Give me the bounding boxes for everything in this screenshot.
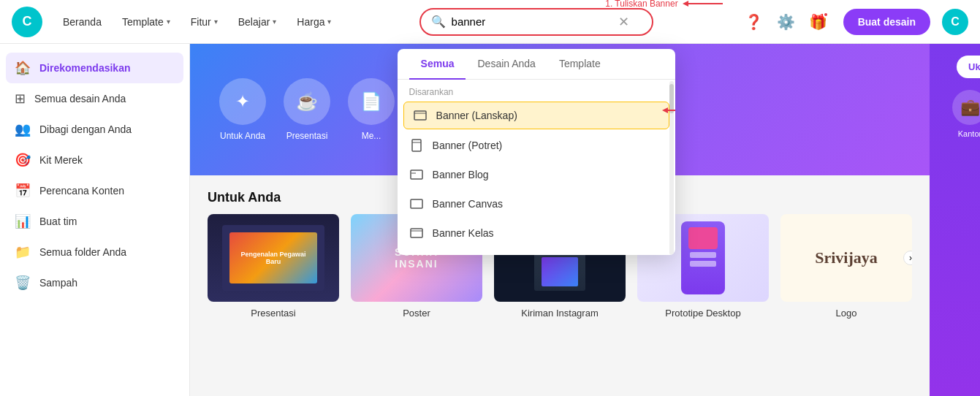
dropdown-item-banner-lanskap[interactable]: Banner (Lanskap)	[403, 102, 669, 129]
hero-icon-more[interactable]: 📄	[348, 78, 395, 125]
banner-blog-icon	[409, 167, 424, 182]
sparkle-icon: ✦	[235, 91, 250, 112]
thumbnail-label-presentasi: Presentasi	[208, 308, 339, 319]
hero-icon-untuk-anda[interactable]: ✦	[219, 78, 266, 125]
tab-template[interactable]: Template	[547, 49, 612, 80]
sidebar-label-semua-desain: Semua desain Anda	[34, 93, 126, 104]
banner-kelas-label: Banner Kelas	[433, 227, 494, 239]
doc-icon: 📄	[360, 91, 382, 112]
sidebar-item-buat-tim[interactable]: 📊 Buat tim	[6, 206, 183, 237]
banner-potret-label: Banner (Potret)	[433, 140, 503, 151]
nav-template[interactable]: Template ▾	[113, 10, 179, 34]
create-design-button[interactable]: Buat desain	[843, 9, 930, 35]
thumbnail-label-prototipe: Prototipe Desktop	[637, 308, 769, 319]
thumbnail-img-logo: Srivijaya ›	[780, 214, 912, 302]
trash-icon: 🗑️	[15, 275, 31, 291]
hero-icon-presentasi[interactable]: ☕	[284, 78, 330, 125]
gift-notification-dot	[823, 12, 829, 18]
ukuran-khusus-button[interactable]: Ukuran khusus	[957, 56, 980, 78]
home-icon: 🏠	[15, 60, 31, 76]
thumbnail-logo[interactable]: Srivijaya › Logo	[780, 214, 912, 319]
sidebar-item-perencana-konten[interactable]: 📅 Perencana Konten	[6, 175, 183, 206]
nav-beranda[interactable]: Beranda	[54, 10, 110, 34]
nav-harga[interactable]: Harga ▾	[288, 10, 340, 34]
nav-fitur[interactable]: Fitur ▾	[182, 10, 227, 34]
thumbnail-label-poster: Poster	[351, 308, 482, 319]
svg-rect-6	[412, 140, 421, 151]
banner-lanskap-icon	[413, 108, 428, 123]
dropdown-tabs: Semua Desain Anda Template	[398, 49, 675, 80]
help-button[interactable]: ❓	[741, 9, 767, 35]
fitur-chevron: ▾	[214, 18, 218, 26]
sidebar-label-buat-tim: Buat tim	[39, 216, 77, 227]
thumbnail-label-instagram: Kiriman Instagram	[494, 308, 626, 319]
search-input[interactable]	[452, 15, 612, 28]
sidebar-label-dibagi: Dibagi dengan Anda	[39, 123, 132, 135]
banner-kelas-icon	[409, 226, 424, 240]
sidebar-item-dibagi[interactable]: 👥 Dibagi dengan Anda	[6, 114, 183, 145]
sidebar-item-semua-folder[interactable]: 📁 Semua folder Anda	[6, 237, 183, 267]
nav-icons: ❓ ⚙️ 🎁 Buat desain C	[741, 9, 968, 35]
tab-semua[interactable]: Semua	[409, 49, 466, 80]
kantor-icon-circle: 💼	[952, 90, 980, 125]
dropdown-item-banner-canvas[interactable]: Banner Canvas	[398, 189, 675, 218]
settings-button[interactable]: ⚙️	[773, 9, 799, 35]
team-icon: 📊	[15, 213, 31, 229]
scroll-thumb[interactable]	[669, 84, 674, 113]
calendar-icon: 📅	[15, 183, 31, 199]
nav-belajar[interactable]: Belajar ▾	[229, 10, 286, 34]
search-box: 🔍 ✕	[419, 8, 653, 36]
dropdown-item-banner-kelas[interactable]: Banner Kelas	[398, 218, 675, 248]
tab-desain-anda[interactable]: Desain Anda	[466, 49, 547, 80]
folder-icon: 📁	[15, 244, 31, 260]
user-avatar[interactable]: C	[942, 9, 968, 35]
template-chevron: ▾	[167, 18, 170, 26]
canva-logo[interactable]: C	[12, 7, 42, 37]
thumbnail-presentasi[interactable]: Pengenalan Pegawai Baru Presentasi	[208, 214, 339, 319]
topnav: C Beranda Template ▾ Fitur ▾ Belajar ▾ H…	[0, 0, 980, 44]
sidebar-item-kit-merek[interactable]: 🎯 Kit Merek	[6, 145, 183, 175]
search-dropdown: Semua Desain Anda Template Disarankan Ba…	[398, 49, 675, 255]
share-icon: 👥	[15, 121, 31, 137]
dropdown-item-banner-potret[interactable]: Banner (Potret)	[398, 131, 675, 160]
grid-icon: ⊞	[15, 91, 26, 107]
right-icon-kantor[interactable]: 💼 Kantor	[941, 90, 980, 138]
gift-button[interactable]: 🎁	[805, 9, 832, 35]
logo-letter: C	[23, 14, 32, 29]
banner-canvas-label: Banner Canvas	[433, 198, 504, 210]
kantor-icon: 💼	[960, 98, 980, 117]
right-panel: Ukuran khusus 💼 Kantor ••• Lainnya	[930, 44, 980, 396]
dropdown-scrollbar[interactable]	[669, 81, 674, 255]
sidebar-label-kit-merek: Kit Merek	[39, 154, 83, 166]
sidebar-label-semua-folder: Semua folder Anda	[39, 246, 126, 258]
harga-chevron: ▾	[327, 18, 331, 26]
next-arrow[interactable]: ›	[903, 251, 912, 265]
sidebar-item-direkomendasikan[interactable]: 🏠 Direkomendasikan	[6, 53, 183, 83]
sidebar-label-perencana: Perencana Konten	[39, 185, 124, 197]
search-area: 1. Tuliskan Banner 🔍 ✕ Semua Desain Anda…	[340, 8, 732, 36]
svg-marker-1	[683, 1, 688, 7]
banner-lanskap-label: Banner (Lanskap)	[436, 110, 517, 121]
hero-label-more: Me...	[362, 131, 381, 141]
right-icon-grid: 💼 Kantor ••• Lainnya	[941, 90, 980, 138]
sidebar-item-sampah[interactable]: 🗑️ Sampah	[6, 267, 183, 298]
svg-rect-8	[411, 170, 422, 179]
thumbnail-img-presentasi: Pengenalan Pegawai Baru	[208, 214, 339, 302]
kantor-label: Kantor	[958, 129, 980, 138]
annotation-1-arrow	[683, 0, 726, 9]
sidebar-item-semua-desain[interactable]: ⊞ Semua desain Anda	[6, 83, 183, 114]
hero-label-presentasi: Presentasi	[286, 131, 328, 141]
belajar-chevron: ▾	[273, 18, 276, 26]
search-clear-icon[interactable]: ✕	[618, 14, 629, 30]
thumbnail-label-logo: Logo	[780, 308, 912, 319]
banner-potret-icon	[409, 138, 424, 153]
banner-canvas-icon	[409, 197, 424, 211]
svg-rect-2	[414, 111, 426, 120]
hero-icons: ✦ Untuk Anda ☕ Presentasi 📄	[219, 78, 395, 141]
dropdown-item-banner-linkedin[interactable]: in Banner LinkedIn	[398, 248, 675, 255]
hero-label-untuk-anda: Untuk Anda	[220, 131, 265, 141]
dropdown-scroll-area: Disarankan Banner (Lanskap)	[398, 80, 675, 255]
coffee-icon: ☕	[296, 91, 318, 112]
dropdown-item-banner-blog[interactable]: Banner Blog	[398, 160, 675, 189]
nav-links: Beranda Template ▾ Fitur ▾ Belajar ▾ Har…	[54, 10, 340, 34]
